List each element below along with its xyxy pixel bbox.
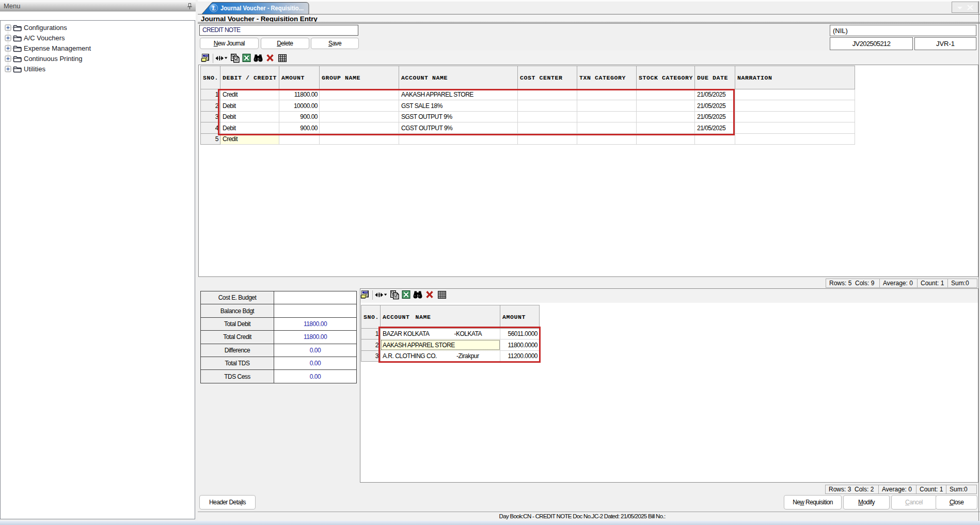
svg-text:Journal Voucher - Requisitio..: Journal Voucher - Requisitio... bbox=[220, 4, 304, 12]
svg-text:L: L bbox=[212, 5, 216, 12]
